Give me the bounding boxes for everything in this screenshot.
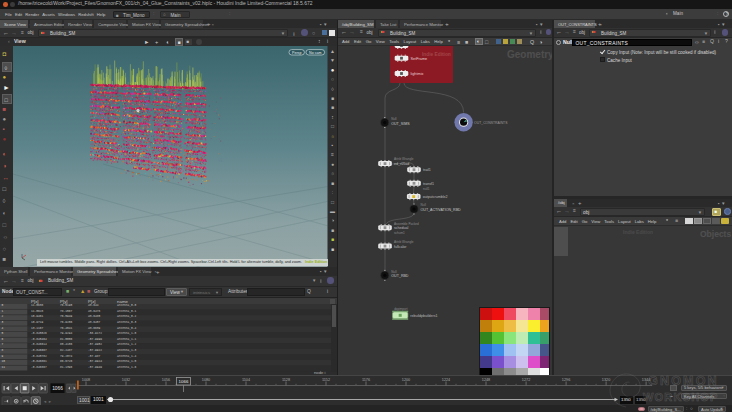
svg-text:schedual: schedual (394, 226, 409, 230)
svg-text:1272: 1272 (522, 378, 530, 382)
svg-text:OUT_ACTIVATION_RBD: OUT_ACTIVATION_RBD (421, 208, 462, 212)
svg-text:Attrib Wrangle: Attrib Wrangle (394, 157, 414, 161)
svg-text:Null: Null (421, 203, 427, 207)
svg-text:dopimport: dopimport (394, 307, 408, 311)
svg-text:1128: 1128 (282, 378, 290, 382)
svg-text:1176: 1176 (362, 378, 370, 382)
svg-text:lightmix: lightmix (411, 72, 424, 76)
svg-text:1248: 1248 (482, 378, 490, 382)
svg-text:rebuildpbuilders1: rebuildpbuilders1 (410, 314, 437, 318)
svg-text:◄ ►: ◄ ► (43, 399, 52, 404)
svg-text:schum1: schum1 (394, 231, 405, 235)
svg-text:1152: 1152 (322, 378, 330, 382)
svg-text:1066: 1066 (52, 386, 63, 391)
svg-text:WORKSHOP: WORKSHOP (643, 391, 719, 403)
svg-text:1080: 1080 (202, 378, 210, 382)
svg-text:OUT_CONSTRAINTS: OUT_CONSTRAINTS (474, 121, 508, 125)
svg-text:Assemble Packed: Assemble Packed (394, 222, 419, 226)
svg-text:OUT_SIMS: OUT_SIMS (391, 122, 410, 126)
svg-text:outputcrumble2: outputcrumble2 (423, 195, 448, 199)
svg-text:ed_r05ad: ed_r05ad (394, 162, 409, 166)
svg-text:1032: 1032 (122, 378, 130, 382)
svg-text:OUT_RBD: OUT_RBD (391, 274, 409, 278)
svg-text:1200: 1200 (402, 378, 410, 382)
svg-text:transf1: transf1 (423, 182, 434, 186)
svg-text:fullcalor: fullcalor (394, 245, 407, 249)
svg-text:Indie Edition: Indie Edition (422, 52, 451, 57)
svg-text:No cam: No cam (309, 51, 321, 55)
svg-text:null1: null1 (423, 187, 430, 191)
svg-text:1104: 1104 (242, 378, 250, 382)
svg-text:Null: Null (391, 270, 397, 274)
svg-text:1066: 1066 (179, 379, 189, 384)
svg-text:1296: 1296 (562, 378, 570, 382)
svg-text:Null: Null (391, 117, 397, 121)
svg-text:1224: 1224 (442, 378, 450, 382)
svg-text:1056: 1056 (162, 378, 170, 382)
svg-text:Persp: Persp (292, 51, 301, 55)
svg-text:Attrib Wrangle: Attrib Wrangle (394, 240, 414, 244)
svg-text:SetFrame: SetFrame (411, 57, 428, 61)
svg-text:trail1: trail1 (423, 168, 431, 172)
svg-text:GNOMON: GNOMON (648, 374, 719, 388)
